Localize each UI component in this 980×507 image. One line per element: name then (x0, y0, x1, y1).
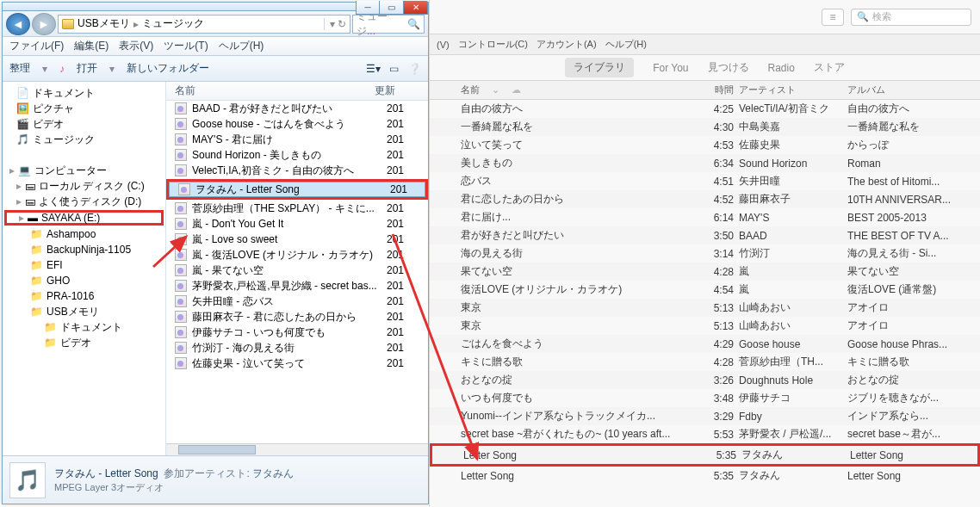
file-row[interactable]: MAY'S - 君に届け201 (166, 132, 428, 147)
col-date[interactable]: 更新 (375, 83, 395, 98)
song-row[interactable]: 君が好きだと叫びたい3:50BAADTHE BEST OF TV A... (430, 226, 980, 244)
song-row[interactable]: いつも何度でも3:48伊藤サチコジブリを聴きなが... (430, 389, 980, 407)
menu-item[interactable]: ツール(T) (164, 39, 208, 53)
song-row[interactable]: Letter Song5:35ヲタみんLetter Song (432, 446, 977, 464)
tree-item[interactable]: 📄ドキュメント (4, 85, 164, 101)
file-row[interactable]: 嵐 - Love so sweet201 (166, 232, 428, 247)
song-row[interactable]: 東京5:13山崎あおいアオイロ (430, 299, 980, 317)
expand-icon[interactable]: ▸ (19, 212, 24, 224)
file-row[interactable]: 佐藤史果 - 泣いて笑って201 (166, 356, 428, 371)
file-row[interactable]: 嵐 - 復活LOVE (オリジナル・カラオケ)201 (166, 247, 428, 263)
tree-item[interactable]: 📁GHO (4, 273, 164, 288)
file-row[interactable]: VelecTi,IA,初音ミク - 自由の彼方へ201 (166, 163, 428, 178)
tree-item[interactable]: 📁BackupNinja-1105 (4, 242, 164, 257)
song-row[interactable]: 泣いて笑って4:53佐藤史果からっぽ (430, 136, 980, 154)
menu-item[interactable]: ファイル(F) (9, 39, 64, 53)
expand-icon[interactable]: ▸ (16, 180, 22, 192)
tab-for you[interactable]: For You (653, 62, 688, 74)
file-row[interactable]: Sound Horizon - 美しきもの201 (166, 147, 428, 163)
menu-item[interactable]: 表示(V) (119, 39, 153, 53)
menu-item[interactable]: コントロール(C) (458, 38, 528, 51)
back-button[interactable]: ◄ (6, 13, 30, 35)
file-row[interactable]: Goose house - ごはんを食べよう201 (166, 116, 428, 132)
help-icon[interactable]: ❔ (407, 62, 421, 76)
menu-item[interactable]: ヘルプ(H) (605, 38, 647, 51)
forward-button[interactable]: ► (32, 13, 56, 35)
file-row[interactable]: 伊藤サチコ - いつも何度でも201 (166, 325, 428, 340)
tree-item[interactable]: 📁Ashampoo (4, 226, 164, 242)
tree-item[interactable]: ▸💻コンピューター (4, 163, 164, 178)
new-folder-button[interactable]: 新しいフォルダー (127, 61, 209, 76)
file-list-header[interactable]: 名前 更新 (166, 82, 428, 101)
maximize-button[interactable]: ▭ (380, 1, 404, 15)
song-row[interactable]: Yunomi--インドア系ならトラックメイカ...3:29Fdbyインドア系なら… (430, 407, 980, 425)
song-row[interactable]: ごはんを食べよう4:29Goose houseGoose house Phras… (430, 335, 980, 353)
col-artist[interactable]: アーティスト (739, 83, 847, 96)
tree-item[interactable]: 📁ビデオ (4, 335, 164, 350)
search-input[interactable]: ミュージ... 🔍 (352, 15, 425, 34)
song-row[interactable]: キミに贈る歌4:28菅原紗由理（TH...キミに贈る歌 (430, 353, 980, 371)
song-list-header[interactable]: 名前 ⌄ ☁ 時間 アーティスト アルバム (430, 81, 980, 100)
tree-item[interactable] (4, 147, 164, 163)
minimize-button[interactable]: ─ (356, 1, 380, 15)
tree-item[interactable]: 📁ドキュメント (4, 319, 164, 335)
song-row[interactable]: 美しきもの6:34Sound HorizonRoman (430, 154, 980, 172)
open-button[interactable]: 打开 (77, 61, 97, 76)
col-album[interactable]: アルバム (847, 83, 980, 96)
list-mode-button[interactable]: ≡ (822, 9, 844, 26)
tab-ライブラリ[interactable]: ライブラリ (565, 58, 634, 77)
menu-item[interactable]: (V) (437, 40, 450, 50)
song-row[interactable]: 海の見える街3:14竹渕汀海の見える街 - Si... (430, 244, 980, 263)
song-row[interactable]: 自由の彼方へ4:25VelecTi/IA/初音ミク自由の彼方へ (430, 100, 980, 118)
tree-item[interactable]: ▸🖴よく使うディスク (D:) (4, 194, 164, 209)
refresh-dropdown[interactable]: ▾ ↻ (324, 18, 346, 30)
scrollbar-horizontal[interactable] (166, 443, 428, 455)
tree-item[interactable]: 🎬ビデオ (4, 116, 164, 132)
expand-icon[interactable]: ▸ (16, 195, 22, 207)
file-row[interactable]: BAAD - 君が好きだと叫びたい201 (166, 101, 428, 116)
tree-item[interactable]: 🎵ミュージック (4, 132, 164, 147)
menu-item[interactable]: ヘルプ(H) (219, 39, 264, 53)
menu-item[interactable]: アカウント(A) (537, 38, 597, 51)
file-row[interactable]: 矢井田瞳 - 恋バス201 (166, 294, 428, 309)
col-time[interactable]: 時間 (701, 83, 739, 96)
scroll-thumb[interactable] (178, 445, 256, 454)
file-row[interactable]: 竹渕汀 - 海の見える街201 (166, 340, 428, 356)
menu-item[interactable]: 編集(E) (74, 39, 109, 53)
close-button[interactable]: ✕ (404, 1, 428, 15)
song-row[interactable]: 一番綺麗な私を4:30中島美嘉一番綺麗な私を (430, 118, 980, 136)
song-row[interactable]: 果てない空4:28嵐果てない空 (430, 263, 980, 281)
tree-item[interactable]: ▸▬SAYAKA (E:) (4, 210, 164, 226)
song-row[interactable]: Letter Song5:35ヲタみんLetter Song (430, 467, 980, 485)
preview-pane-button[interactable]: ▭ (387, 62, 400, 76)
song-row[interactable]: 君に恋したあの日から4:52藤田麻衣子10TH ANNIVERSAR... (430, 190, 980, 208)
view-options-button[interactable]: ☰▾ (366, 62, 380, 76)
tab-radio[interactable]: Radio (768, 62, 795, 74)
file-row[interactable]: 茅野愛衣,戸松遥,早見沙織 - secret bas...201 (166, 278, 428, 294)
tab-見つける[interactable]: 見つける (708, 60, 749, 75)
tree-item[interactable]: 🖼️ピクチャ (4, 101, 164, 116)
breadcrumb[interactable]: USBメモリ ▸ ミュージック ▾ ↻ (58, 15, 350, 34)
tree-item[interactable]: 📁EFI (4, 257, 164, 273)
file-row[interactable]: 菅原紗由理（THE SxPLAY） - キミに...201 (166, 201, 428, 216)
tree-item[interactable]: ▸🖴ローカル ディスク (C:) (4, 178, 164, 194)
col-name[interactable]: 名前 (175, 83, 375, 98)
tab-ストア[interactable]: ストア (814, 60, 845, 75)
file-row[interactable]: ヲタみん - Letter Song201 (169, 182, 425, 197)
song-row[interactable]: 君に届け...6:14MAY'SBEST 2005-2013 (430, 208, 980, 226)
song-row[interactable]: 恋バス4:51矢井田瞳The best of Hitomi... (430, 172, 980, 190)
file-row[interactable]: 嵐 - 果てない空201 (166, 263, 428, 278)
expand-icon[interactable]: ▸ (9, 164, 15, 176)
file-row[interactable]: 嵐 - Don't You Get It201 (166, 216, 428, 232)
song-row[interactable]: 復活LOVE (オリジナル・カラオケ)4:54嵐復活LOVE (通常盤) (430, 281, 980, 299)
crumb-seg[interactable]: USBメモリ (78, 16, 130, 31)
organize-button[interactable]: 整理 (9, 61, 30, 76)
file-row[interactable]: 藤田麻衣子 - 君に恋したあの日から201 (166, 309, 428, 325)
song-row[interactable]: 東京5:13山崎あおいアオイロ (430, 317, 980, 335)
tree-item[interactable]: 📁USBメモリ (4, 304, 164, 319)
tree-item[interactable]: 📁PRA-1016 (4, 288, 164, 304)
song-row[interactable]: おとなの掟3:26Doughnuts Holeおとなの掟 (430, 371, 980, 389)
crumb-seg[interactable]: ミュージック (142, 16, 204, 31)
col-name[interactable]: 名前 (461, 83, 480, 96)
itunes-search-input[interactable]: 🔍検索 (851, 9, 971, 26)
